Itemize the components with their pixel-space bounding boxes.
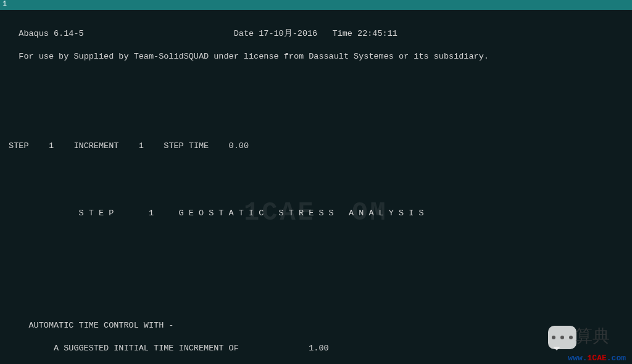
timectrl-label-1: A SUGGESTED INITIAL TIME INCREMENT OF xyxy=(54,344,239,353)
timectrl-row-1: A SUGGESTED INITIAL TIME INCREMENT OF 1.… xyxy=(4,343,628,354)
step-number: 1 xyxy=(49,141,54,151)
blank-line xyxy=(4,186,628,197)
blank-line xyxy=(4,253,628,264)
timectrl-val-1: 1.00 xyxy=(309,344,328,353)
steptime-value: 0.00 xyxy=(229,141,249,151)
increment-label: INCREMENT xyxy=(73,141,118,151)
url-part-www: www. xyxy=(568,354,587,363)
blank-line xyxy=(4,73,628,85)
step-banner: S T E P 1 G E O S T A T I C S T R E S S … xyxy=(4,208,628,219)
blank-line xyxy=(4,163,628,175)
header-license-line: For use by Supplied by Team-SolidSQUAD u… xyxy=(4,51,628,62)
time-label: Time xyxy=(333,29,352,38)
watermark-cn-text: 算典 xyxy=(575,325,610,348)
product-name: Abaqus 6.14-5 xyxy=(19,29,83,38)
license-text: For use by Supplied by Team-SolidSQUAD u… xyxy=(19,52,489,61)
timectrl-title-line: AUTOMATIC TIME CONTROL WITH - xyxy=(4,320,628,331)
timectrl-title: AUTOMATIC TIME CONTROL WITH - xyxy=(29,321,174,330)
date-label: Date xyxy=(234,29,254,38)
titlebar-text: 1 xyxy=(2,0,7,9)
steptime-label: STEP TIME xyxy=(164,141,209,151)
watermark-url: www.1CAE.com xyxy=(568,354,626,363)
blank-line xyxy=(4,298,628,309)
step-status-line: STEP 1 INCREMENT 1 STEP TIME 0.00 xyxy=(4,141,628,152)
step-banner-text: S T E P 1 G E O S T A T I C S T R E S S … xyxy=(79,209,424,218)
url-part-tld: .com xyxy=(607,354,626,363)
step-label: STEP xyxy=(9,141,28,151)
blank-line xyxy=(4,231,628,242)
terminal-output: Abaqus 6.14-5 Date 17-10月-2016 Time 22:4… xyxy=(0,10,632,364)
window-titlebar: 1 xyxy=(0,0,632,10)
blank-line xyxy=(4,96,628,107)
chat-bubble-icon xyxy=(548,326,576,349)
increment-number: 1 xyxy=(139,141,144,151)
date-value: 17-10月-2016 xyxy=(259,29,317,38)
blank-line xyxy=(4,276,628,287)
header-line-1: Abaqus 6.14-5 Date 17-10月-2016 Time 22:4… xyxy=(4,28,628,39)
blank-line xyxy=(4,118,628,130)
time-value: 22:45:11 xyxy=(357,29,397,38)
url-part-domain: 1CAE xyxy=(588,354,607,363)
